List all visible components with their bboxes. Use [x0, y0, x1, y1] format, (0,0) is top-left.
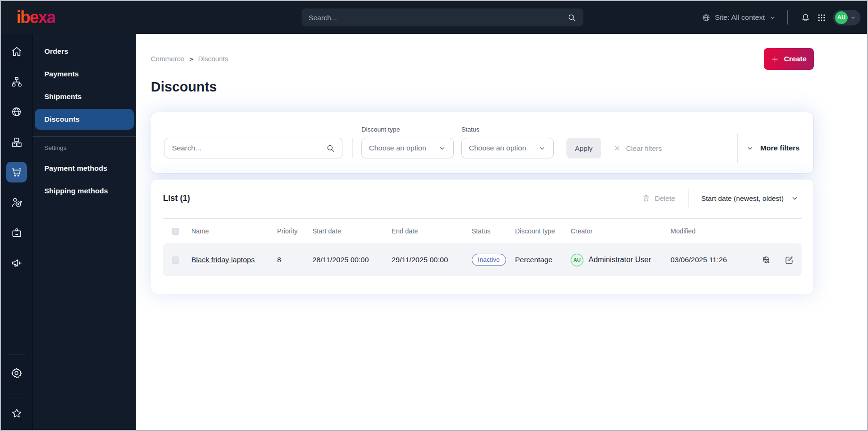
topbar-right-cluster: Site: All context AU — [702, 1, 860, 34]
ibexa-logo: ibexa — [16, 8, 55, 27]
menu-item-orders[interactable]: Orders — [35, 41, 134, 62]
top-bar: ibexa Site: All context — [1, 1, 867, 34]
notifications-bell-icon[interactable] — [797, 9, 813, 25]
search-icon[interactable] — [326, 144, 335, 153]
trash-icon — [642, 194, 650, 202]
table-header-row: Name Priority Start date End date Status… — [163, 219, 802, 243]
menu-item-label: Shipments — [44, 92, 82, 101]
user-avatar: AU — [835, 11, 848, 24]
menu-item-label: Payment methods — [44, 164, 107, 173]
filter-search-input[interactable] — [172, 144, 326, 152]
page-title: Discounts — [151, 79, 814, 95]
menu-divider — [33, 136, 136, 137]
home-icon[interactable] — [6, 41, 27, 62]
create-button[interactable]: Create — [764, 48, 814, 70]
global-search[interactable] — [302, 8, 583, 26]
search-icon[interactable] — [567, 13, 576, 22]
more-filters-label: More filters — [760, 144, 800, 152]
column-header-start-date: Start date — [312, 227, 392, 235]
sort-select-value: Start date (newest, oldest) — [701, 194, 784, 202]
site-context-label: Site: All context — [715, 13, 765, 22]
chevron-down-icon — [438, 144, 446, 152]
commerce-menu-panel: Orders Payments Shipments Discounts Sett… — [33, 34, 136, 430]
breadcrumb-separator: > — [189, 56, 193, 63]
breadcrumb: Commerce > Discounts — [151, 55, 228, 63]
creator-name: Administrator User — [589, 256, 651, 264]
products-boxes-icon[interactable] — [6, 132, 27, 152]
settings-gear-icon[interactable] — [6, 363, 27, 383]
menu-item-shipping-methods[interactable]: Shipping methods — [35, 181, 134, 201]
menu-item-label: Orders — [44, 47, 68, 56]
user-badge-icon[interactable] — [6, 222, 27, 243]
breadcrumb-discounts[interactable]: Discounts — [198, 55, 229, 63]
delete-button-label: Delete — [655, 194, 675, 202]
plus-icon — [771, 55, 779, 63]
apply-button[interactable]: Apply — [566, 138, 601, 158]
bookmarks-star-icon[interactable] — [6, 403, 27, 423]
column-header-creator: Creator — [571, 227, 671, 235]
marketing-megaphone-icon[interactable] — [6, 252, 27, 273]
row-modified: 03/06/2025 11:26 — [671, 256, 756, 264]
chevron-down-icon — [538, 144, 546, 152]
user-menu[interactable]: AU — [833, 10, 860, 25]
sort-select[interactable]: Start date (newest, oldest) — [701, 194, 802, 202]
customer-target-icon[interactable] — [6, 192, 27, 213]
select-all-checkbox[interactable] — [172, 228, 179, 235]
rail-divider — [7, 355, 26, 355]
preview-disabled-icon[interactable] — [762, 255, 771, 265]
topbar-divider — [787, 10, 788, 25]
row-start-date: 28/11/2025 00:00 — [312, 256, 392, 264]
more-filters-button[interactable]: More filters — [746, 138, 800, 158]
chevron-down-icon — [746, 144, 754, 152]
rail-divider — [7, 395, 26, 395]
create-button-label: Create — [784, 55, 806, 63]
clear-filters-button[interactable]: Clear filters — [613, 138, 662, 158]
column-header-priority: Priority — [277, 227, 312, 235]
table-row: Black friday laptops 8 28/11/2025 00:00 … — [163, 243, 802, 276]
site-context-selector[interactable]: Site: All context — [702, 13, 776, 22]
discount-name-link[interactable]: Black friday laptops — [191, 256, 254, 264]
list-title: List (1) — [163, 193, 190, 203]
column-header-name: Name — [191, 227, 277, 235]
menu-item-label: Shipping methods — [44, 187, 108, 195]
menu-item-discounts[interactable]: Discounts — [35, 109, 134, 130]
breadcrumb-commerce[interactable]: Commerce — [151, 55, 184, 63]
menu-section-label: Settings — [35, 144, 134, 151]
column-header-discount-type: Discount type — [515, 227, 571, 235]
status-value: Choose an option — [469, 144, 526, 152]
chevron-down-icon — [769, 14, 776, 21]
discount-type-select[interactable]: Choose an option — [361, 138, 454, 158]
global-search-input[interactable] — [309, 14, 567, 22]
app-window: ibexa Site: All context — [0, 0, 868, 431]
filters-bar: Discount type Choose an option Status Ch… — [151, 112, 814, 174]
chevron-down-icon — [791, 194, 799, 202]
column-header-end-date: End date — [392, 227, 472, 235]
list-head-divider — [688, 189, 688, 207]
creator-avatar: AU — [571, 254, 583, 266]
menu-item-shipments[interactable]: Shipments — [35, 86, 134, 107]
column-header-status: Status — [472, 227, 515, 235]
filter-search[interactable] — [164, 138, 343, 158]
edit-icon[interactable] — [784, 255, 794, 265]
menu-item-payments[interactable]: Payments — [35, 64, 134, 84]
delete-button[interactable]: Delete — [642, 194, 675, 202]
x-icon — [613, 144, 621, 152]
site-globe-icon — [702, 13, 711, 22]
site-globe-cursor-icon[interactable] — [6, 101, 27, 122]
main-sidebar-rail — [1, 34, 33, 430]
discounts-list-card: List (1) Delete Start date (newest, olde… — [151, 179, 814, 294]
status-select[interactable]: Choose an option — [461, 138, 554, 158]
commerce-cart-icon[interactable] — [6, 162, 27, 182]
row-checkbox[interactable] — [172, 257, 179, 264]
filter-divider — [737, 133, 738, 163]
row-end-date: 29/11/2025 00:00 — [392, 256, 472, 264]
menu-item-payment-methods[interactable]: Payment methods — [35, 158, 134, 179]
content-tree-icon[interactable] — [6, 71, 27, 92]
status-label: Status — [461, 126, 554, 133]
app-grid-icon[interactable] — [813, 9, 829, 25]
row-discount-type: Percentage — [515, 256, 571, 264]
menu-item-label: Discounts — [44, 115, 80, 124]
discount-type-label: Discount type — [361, 126, 454, 133]
discount-type-value: Choose an option — [369, 144, 426, 152]
menu-item-label: Payments — [44, 70, 79, 78]
